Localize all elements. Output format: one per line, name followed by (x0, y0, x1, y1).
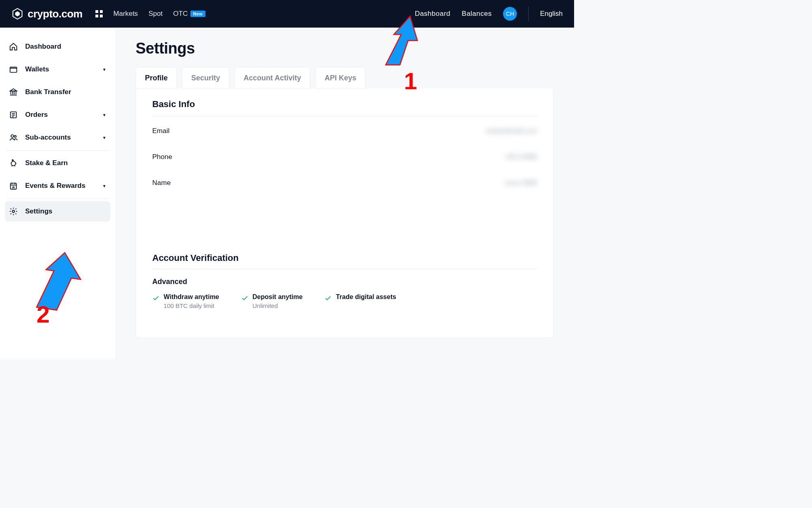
divider (6, 150, 109, 151)
divider (152, 116, 537, 116)
svg-rect-2 (95, 15, 98, 17)
row-label: Phone (152, 153, 172, 161)
feature-title: Deposit anytime (253, 293, 303, 301)
sidebar-item-label: Orders (25, 111, 48, 119)
svg-point-9 (12, 159, 13, 161)
tab-api-keys[interactable]: API Keys (315, 67, 365, 88)
basic-info-title: Basic Info (152, 99, 537, 110)
nav-label: OTC (173, 10, 188, 18)
brand-text: crypto.com (28, 8, 82, 20)
feature-title: Withdraw anytime (164, 293, 219, 301)
user-avatar[interactable]: CH (503, 7, 517, 21)
orders-icon (9, 110, 18, 119)
new-badge: New (190, 11, 206, 17)
check-icon (241, 295, 248, 302)
header-balances-link[interactable]: Balances (462, 10, 492, 18)
logo-hex-icon (11, 8, 24, 20)
svg-point-7 (14, 136, 16, 138)
svg-rect-1 (100, 10, 103, 13)
info-row-email: Email redactedmail.com (152, 118, 537, 144)
sidebar-item-sub-accounts[interactable]: Sub-accounts ▼ (5, 127, 110, 148)
account-verification-title: Account Verification (152, 253, 537, 263)
chevron-down-icon: ▼ (102, 184, 106, 188)
feature-sub: Unlimited (253, 302, 303, 309)
svg-point-11 (12, 210, 15, 213)
sidebar-item-orders[interactable]: Orders ▼ (5, 105, 110, 125)
verification-level: Advanced (152, 278, 537, 286)
divider (528, 6, 529, 21)
nav-label: Markets (113, 10, 138, 18)
header-dashboard-link[interactable]: Dashboard (415, 10, 451, 18)
sidebar-item-label: Dashboard (25, 43, 61, 51)
piggy-icon (9, 159, 18, 168)
top-nav: Markets Spot OTC New (113, 10, 205, 18)
sidebar-item-label: Events & Rewards (25, 182, 85, 190)
feature-item: Trade digital assets (324, 293, 396, 309)
feature-item: Withdraw anytime 100 BTC daily limit (152, 293, 219, 309)
svg-rect-0 (95, 10, 98, 13)
sidebar-item-stake-earn[interactable]: Stake & Earn (5, 153, 110, 173)
row-value: +00 0 0000 (504, 153, 537, 161)
tab-security[interactable]: Security (182, 67, 229, 88)
wallet-icon (9, 65, 18, 74)
chevron-down-icon: ▼ (102, 113, 106, 117)
nav-spot[interactable]: Spot (149, 10, 163, 18)
language-selector[interactable]: English (540, 10, 563, 18)
home-icon (9, 42, 18, 51)
users-icon (9, 133, 18, 142)
sidebar-item-bank-transfer[interactable]: Bank Transfer (5, 82, 110, 102)
sidebar-item-label: Sub-accounts (25, 133, 71, 142)
info-row-name: Name xxxxx 0000 (152, 170, 537, 196)
info-row-phone: Phone +00 0 0000 (152, 144, 537, 170)
feature-item: Deposit anytime Unlimited (241, 293, 303, 309)
top-header: crypto.com Markets Spot OTC New Dashboar… (0, 0, 574, 28)
apps-grid-icon[interactable] (95, 10, 103, 17)
divider (6, 198, 109, 199)
sidebar-item-label: Settings (25, 207, 52, 215)
main-content: Settings Profile Security Account Activi… (115, 28, 574, 359)
tab-label: Account Activity (244, 74, 301, 82)
bank-icon (9, 88, 18, 97)
sidebar-item-settings[interactable]: Settings (5, 201, 110, 222)
sidebar-item-events-rewards[interactable]: Events & Rewards ▼ (5, 176, 110, 196)
svg-rect-3 (100, 15, 103, 17)
sidebar-item-wallets[interactable]: Wallets ▼ (5, 59, 110, 80)
sidebar-item-label: Wallets (25, 65, 49, 73)
sidebar: Dashboard Wallets ▼ Bank Transfer Orders… (0, 28, 115, 359)
tab-label: Security (191, 74, 220, 82)
sidebar-item-label: Stake & Earn (25, 159, 68, 167)
svg-point-8 (11, 161, 16, 166)
tab-label: API Keys (324, 74, 356, 82)
feature-title: Trade digital assets (336, 293, 396, 301)
row-value: xxxxx 0000 (505, 179, 537, 187)
tab-label: Profile (145, 74, 168, 82)
profile-panel: Basic Info Email redactedmail.com Phone … (136, 88, 554, 338)
check-icon (324, 295, 332, 302)
sidebar-item-dashboard[interactable]: Dashboard (5, 37, 110, 57)
tab-profile[interactable]: Profile (136, 67, 177, 88)
brand-logo[interactable]: crypto.com (11, 8, 82, 20)
nav-markets[interactable]: Markets (113, 10, 138, 18)
row-label: Email (152, 127, 170, 135)
row-value: redactedmail.com (486, 127, 537, 135)
svg-point-6 (11, 135, 13, 137)
settings-tabs: Profile Security Account Activity API Ke… (136, 67, 554, 88)
chevron-down-icon: ▼ (102, 67, 106, 72)
tab-account-activity[interactable]: Account Activity (234, 67, 310, 88)
nav-otc[interactable]: OTC New (173, 10, 205, 18)
page-title: Settings (136, 40, 554, 57)
gear-icon (9, 207, 18, 216)
chevron-down-icon: ▼ (102, 136, 106, 140)
sidebar-item-label: Bank Transfer (25, 88, 71, 96)
feature-sub: 100 BTC daily limit (164, 302, 219, 309)
row-label: Name (152, 179, 171, 187)
header-right: Dashboard Balances CH English (415, 6, 563, 21)
calendar-icon (9, 181, 18, 190)
divider (152, 269, 537, 269)
verification-features: Withdraw anytime 100 BTC daily limit Dep… (152, 293, 537, 309)
nav-label: Spot (149, 10, 163, 18)
check-icon (152, 295, 160, 302)
